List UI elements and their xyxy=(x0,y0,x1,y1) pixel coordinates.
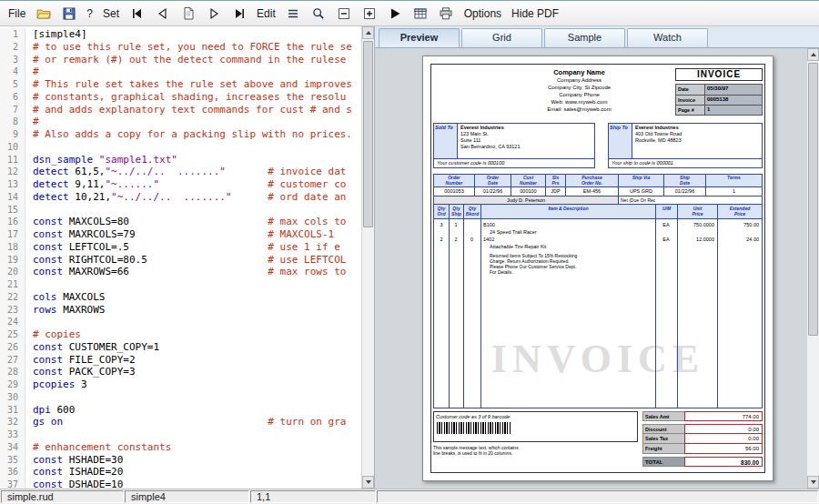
line-number[interactable]: 18 xyxy=(0,241,25,254)
line-number[interactable]: 30 xyxy=(0,391,25,404)
code-line[interactable]: 32gs on # turn on gra xyxy=(0,416,362,428)
line-number[interactable]: 1 xyxy=(0,28,25,41)
code-line[interactable]: 31dpi 600 xyxy=(0,404,362,417)
tab-grid[interactable]: Grid xyxy=(461,28,542,47)
code-line[interactable]: 24 xyxy=(0,316,362,328)
zoom-out-icon[interactable] xyxy=(337,5,352,21)
code-line[interactable]: 23rows MAXROWS xyxy=(0,304,362,317)
tab-preview[interactable]: Preview xyxy=(379,28,460,47)
line-number[interactable]: 29 xyxy=(0,378,25,391)
line-number[interactable]: 21 xyxy=(0,278,25,291)
code-line[interactable]: 27const FILE_COPY=2 xyxy=(0,354,362,367)
code-line[interactable]: 26const CUSTOMER_COPY=1 xyxy=(0,341,362,354)
line-number[interactable]: 13 xyxy=(0,178,25,191)
scroll-down-icon[interactable] xyxy=(362,476,374,489)
line-number[interactable]: 10 xyxy=(0,141,25,154)
editor-scroll-thumb[interactable] xyxy=(363,41,373,227)
menu-file[interactable]: File xyxy=(8,7,25,20)
line-number[interactable]: 28 xyxy=(0,366,25,378)
line-number[interactable]: 36 xyxy=(0,466,25,479)
scroll-up-icon[interactable] xyxy=(807,48,819,61)
line-number[interactable]: 15 xyxy=(0,204,25,217)
line-number[interactable]: 2 xyxy=(0,41,25,54)
code-line[interactable]: 30 xyxy=(0,391,362,404)
code-line[interactable]: 5# This rule set takes the rule set abov… xyxy=(0,78,362,91)
list-icon[interactable] xyxy=(286,5,301,21)
zoom-in-icon[interactable] xyxy=(362,5,378,21)
menu-edit[interactable]: Edit xyxy=(257,7,276,20)
tab-sample[interactable]: Sample xyxy=(544,28,625,47)
code-line[interactable]: 35const HSHADE=30 xyxy=(0,454,362,467)
code-line[interactable]: 14detect 10,21,"~../../.. ......." # ord… xyxy=(0,191,362,204)
nav-next-icon[interactable] xyxy=(206,5,221,21)
code-line[interactable]: 7# and adds explanatory text commands fo… xyxy=(0,104,362,116)
code-line[interactable]: 22cols MAXCOLS xyxy=(0,291,362,304)
copy-page-icon[interactable] xyxy=(180,5,196,21)
hide-pdf-button[interactable]: Hide PDF xyxy=(511,7,559,20)
line-number[interactable]: 6 xyxy=(0,91,25,104)
preview-scroll-thumb[interactable] xyxy=(808,63,818,336)
line-number[interactable]: 23 xyxy=(0,304,25,317)
line-number[interactable]: 12 xyxy=(0,166,25,178)
code-line[interactable]: 36const ISHADE=20 xyxy=(0,466,362,479)
line-number[interactable]: 26 xyxy=(0,341,25,354)
save-icon[interactable] xyxy=(61,5,76,21)
code-line[interactable]: 17const MAXRCOLS=79 # MAXCOLS-1 xyxy=(0,228,362,241)
code-line[interactable]: 3# or remark (#) out the detect command … xyxy=(0,54,362,66)
code-line[interactable]: 20const MAXROWS=66 # max rows to xyxy=(0,266,362,278)
nav-prev-icon[interactable] xyxy=(155,5,170,21)
line-number[interactable]: 3 xyxy=(0,54,25,66)
code-line[interactable]: 10 xyxy=(0,141,362,154)
menu-set[interactable]: Set xyxy=(103,7,119,20)
line-number[interactable]: 7 xyxy=(0,104,25,116)
code-line[interactable]: 33 xyxy=(0,428,362,441)
line-number[interactable]: 37 xyxy=(0,479,25,489)
grid-icon[interactable] xyxy=(413,5,429,21)
line-number[interactable]: 24 xyxy=(0,316,25,328)
line-number[interactable]: 35 xyxy=(0,454,25,467)
code-line[interactable]: 6# constants, graphical shading, increas… xyxy=(0,91,362,104)
scroll-down-icon[interactable] xyxy=(807,476,819,489)
code-line[interactable]: 19const RIGHTCOL=80.5 # use LEFTCOL xyxy=(0,254,362,267)
line-number[interactable]: 25 xyxy=(0,328,25,341)
code-line[interactable]: 2# to use this rule set, you need to FOR… xyxy=(0,41,362,54)
line-number[interactable]: 22 xyxy=(0,291,25,304)
search-icon[interactable] xyxy=(311,5,327,21)
code-line[interactable]: 12detect 61,5,"~../../.. ......." # invo… xyxy=(0,166,362,178)
code-line[interactable]: 15 xyxy=(0,204,362,217)
line-number[interactable]: 11 xyxy=(0,154,25,166)
menu-options[interactable]: Options xyxy=(464,7,501,20)
editor-lines[interactable]: 1[simple4]2# to use this rule set, you n… xyxy=(0,26,362,489)
line-number[interactable]: 16 xyxy=(0,216,25,228)
code-line[interactable]: 18const LEFTCOL=.5 # use 1 if e xyxy=(0,241,362,254)
code-line[interactable]: 13detect 9,11,"~......" # customer co xyxy=(0,178,362,191)
print-icon[interactable] xyxy=(439,5,454,21)
line-number[interactable]: 4 xyxy=(0,66,25,78)
code-line[interactable]: 4# xyxy=(0,66,362,78)
line-number[interactable]: 27 xyxy=(0,354,25,367)
line-number[interactable]: 9 xyxy=(0,128,25,141)
code-line[interactable]: 28const PACK_COPY=3 xyxy=(0,366,362,378)
preview-scrollbar[interactable] xyxy=(806,48,819,489)
code-line[interactable]: 34# enhancement constants xyxy=(0,441,362,454)
line-number[interactable]: 34 xyxy=(0,441,25,454)
code-line[interactable]: 16const MAXCOLS=80 # max cols to xyxy=(0,216,362,228)
code-line[interactable]: 11dsn_sample "sample1.txt" xyxy=(0,154,362,166)
code-line[interactable]: 9# Also adds a copy for a packing slip w… xyxy=(0,128,362,141)
code-line[interactable]: 8# xyxy=(0,116,362,128)
line-number[interactable]: 8 xyxy=(0,116,25,128)
code-line[interactable]: 37const DSHADE=10 xyxy=(0,479,362,489)
line-number[interactable]: 19 xyxy=(0,254,25,267)
code-line[interactable]: 25# copies xyxy=(0,328,362,341)
code-line[interactable]: 1[simple4] xyxy=(0,28,362,41)
line-number[interactable]: 5 xyxy=(0,78,25,91)
tab-watch[interactable]: Watch xyxy=(627,28,708,47)
line-number[interactable]: 33 xyxy=(0,428,25,441)
open-icon[interactable] xyxy=(35,5,51,21)
line-number[interactable]: 17 xyxy=(0,228,25,241)
editor-scrollbar[interactable] xyxy=(361,26,374,489)
line-number[interactable]: 14 xyxy=(0,191,25,204)
code-line[interactable]: 21 xyxy=(0,278,362,291)
scroll-up-icon[interactable] xyxy=(362,26,374,39)
line-number[interactable]: 20 xyxy=(0,266,25,278)
